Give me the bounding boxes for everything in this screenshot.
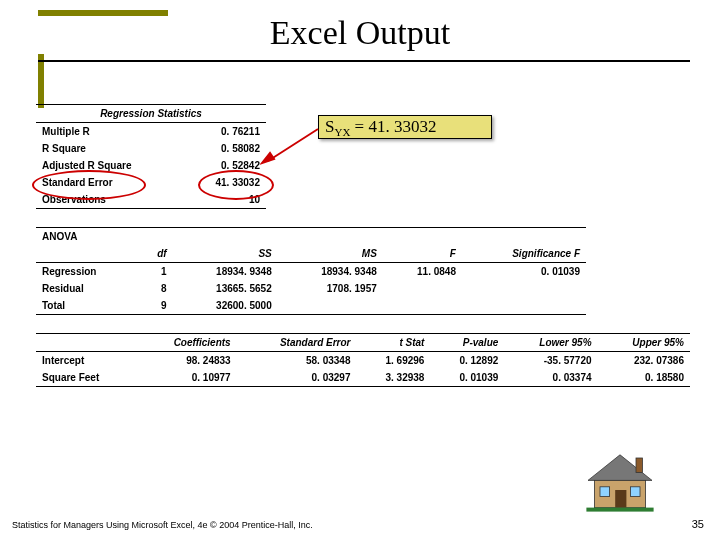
svg-rect-8 [586, 508, 653, 512]
coef-col: t Stat [357, 334, 431, 352]
title-underline [38, 60, 690, 62]
coef-cell: 0. 03374 [504, 369, 597, 387]
anova-cell [278, 297, 383, 315]
coef-cell: 58. 03348 [237, 352, 357, 370]
regstat-label: R Square [36, 140, 184, 157]
anova-cell: 18934. 9348 [278, 263, 383, 281]
anova-cell: 32600. 5000 [173, 297, 278, 315]
anova-col-ss: SS [173, 245, 278, 263]
coef-cell: 0. 12892 [430, 352, 504, 370]
coef-cell: 0. 10977 [136, 369, 236, 387]
anova-cell: 18934. 9348 [173, 263, 278, 281]
coef-col: Coefficients [136, 334, 236, 352]
equation-box: SYX = 41. 33032 [318, 115, 492, 139]
anova-col-sig: Significance F [462, 245, 586, 263]
anova-col-f: F [383, 245, 462, 263]
anova-cell [462, 280, 586, 297]
accent-bar-side [38, 54, 44, 108]
anova-col-ms: MS [278, 245, 383, 263]
equation-val: = 41. 33032 [350, 117, 436, 136]
footer-text: Statistics for Managers Using Microsoft … [12, 520, 313, 530]
svg-line-0 [268, 129, 318, 161]
anova-row-label: Residual [36, 280, 139, 297]
equation-sub: YX [334, 126, 350, 138]
anova-cell: 0. 01039 [462, 263, 586, 281]
callout-ellipse-standard-error [32, 170, 146, 200]
anova-cell: 1 [139, 263, 172, 281]
slide-title: Excel Output [270, 14, 450, 51]
slide-title-wrap: Excel Output [0, 14, 720, 52]
svg-rect-7 [630, 487, 640, 497]
callout-arrow [260, 125, 320, 165]
coef-cell: 0. 03297 [237, 369, 357, 387]
excel-output-tables: Regression Statistics Multiple R0. 76211… [36, 104, 690, 387]
anova-cell [462, 297, 586, 315]
coef-row-label: Square Feet [36, 369, 136, 387]
anova-row-label: Regression [36, 263, 139, 281]
coef-cell: 232. 07386 [598, 352, 690, 370]
coef-cell: -35. 57720 [504, 352, 597, 370]
anova-cell: 1708. 1957 [278, 280, 383, 297]
coef-row-label: Intercept [36, 352, 136, 370]
coef-col: Lower 95% [504, 334, 597, 352]
svg-marker-1 [262, 153, 274, 163]
anova-col-df: df [139, 245, 172, 263]
anova-cell [383, 297, 462, 315]
svg-rect-3 [636, 458, 642, 472]
regstat-value: 0. 76211 [184, 123, 266, 141]
anova-table: ANOVA df SS MS F Significance F Regressi… [36, 227, 586, 315]
anova-cell: 13665. 5652 [173, 280, 278, 297]
anova-cell: 8 [139, 280, 172, 297]
anova-cell: 9 [139, 297, 172, 315]
coef-cell: 0. 01039 [430, 369, 504, 387]
anova-row-label: Total [36, 297, 139, 315]
coef-col: P-value [430, 334, 504, 352]
svg-rect-5 [615, 490, 626, 508]
page-number: 35 [692, 518, 704, 530]
coef-cell: 3. 32938 [357, 369, 431, 387]
coef-cell: 1. 69296 [357, 352, 431, 370]
coef-cell: 0. 18580 [598, 369, 690, 387]
regstat-value: 0. 58082 [184, 140, 266, 157]
regstat-label: Multiple R [36, 123, 184, 141]
regression-stats-heading: Regression Statistics [36, 105, 266, 123]
svg-rect-6 [600, 487, 610, 497]
coef-col: Upper 95% [598, 334, 690, 352]
callout-ellipse-value [198, 170, 274, 200]
coef-cell: 98. 24833 [136, 352, 236, 370]
coef-col: Standard Error [237, 334, 357, 352]
coefficients-table: Coefficients Standard Error t Stat P-val… [36, 333, 690, 387]
anova-heading: ANOVA [36, 228, 139, 246]
anova-cell: 11. 0848 [383, 263, 462, 281]
house-icon [580, 450, 660, 514]
anova-cell [383, 280, 462, 297]
